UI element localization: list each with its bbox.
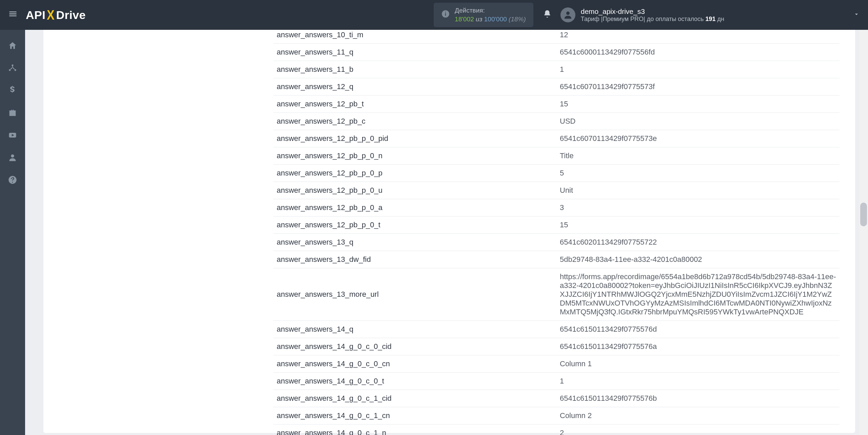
svg-point-8 xyxy=(11,154,14,158)
field-key: answer_answers_12_pb_p_0_pid xyxy=(273,130,556,147)
table-row: answer_answers_14_g_0_c_0_t1 xyxy=(273,373,840,390)
table-row: answer_answers_12_q6541c6070113429f07755… xyxy=(273,78,840,96)
actions-counter[interactable]: Действия: 18'002 из 100'000 (18%) xyxy=(434,3,533,27)
actions-text: Действия: 18'002 из 100'000 (18%) xyxy=(455,6,526,23)
field-value: 6541c6000113429f077556fd xyxy=(556,44,840,61)
field-key: answer_answers_14_g_0_c_1_cn xyxy=(273,407,556,424)
field-key: answer_answers_11_q xyxy=(273,44,556,61)
sidebar-billing[interactable] xyxy=(0,80,25,101)
field-key: answer_answers_13_dw_fid xyxy=(273,251,556,268)
logo[interactable]: API X Drive xyxy=(26,7,86,23)
table-row: answer_answers_12_pb_cUSD xyxy=(273,113,840,130)
sidebar-help[interactable] xyxy=(0,169,25,190)
main-area: answer_answers_10_ti_m12answer_answers_1… xyxy=(25,30,868,435)
field-key: answer_answers_11_b xyxy=(273,61,556,78)
field-key: answer_answers_12_q xyxy=(273,78,556,96)
svg-rect-2 xyxy=(445,12,446,13)
table-row: answer_answers_14_g_0_c_1_cnColumn 2 xyxy=(273,407,840,424)
logo-x: X xyxy=(47,7,55,23)
actions-total: 100'000 xyxy=(484,16,507,23)
logo-api: API xyxy=(26,8,45,22)
scrollbar-thumb[interactable] xyxy=(860,203,867,226)
table-row: answer_answers_12_pb_p_0_nTitle xyxy=(273,147,840,165)
svg-point-5 xyxy=(9,69,11,71)
field-key: answer_answers_13_more_url xyxy=(273,268,556,321)
table-row: answer_answers_12_pb_p_0_a3 xyxy=(273,199,840,216)
info-icon xyxy=(441,9,450,20)
field-key: answer_answers_14_g_0_c_0_cn xyxy=(273,355,556,373)
field-value: Title xyxy=(556,147,840,165)
table-row: answer_answers_14_g_0_c_0_cid6541c615011… xyxy=(273,338,840,355)
table-row: answer_answers_10_ti_m12 xyxy=(273,30,840,44)
svg-point-3 xyxy=(566,12,570,15)
field-value: 5db29748-83a4-11ee-a332-4201c0a80002 xyxy=(556,251,840,268)
field-value: 6541c6150113429f0775576a xyxy=(556,338,840,355)
field-value: 6541c6070113429f0775573e xyxy=(556,130,840,147)
field-key: answer_answers_12_pb_c xyxy=(273,113,556,130)
field-key: answer_answers_14_g_0_c_1_cid xyxy=(273,390,556,407)
field-value: 15 xyxy=(556,216,840,234)
sidebar-home[interactable] xyxy=(0,35,25,56)
data-table: answer_answers_10_ti_m12answer_answers_1… xyxy=(273,30,840,435)
table-row: answer_answers_14_q6541c6150113429f07755… xyxy=(273,321,840,338)
actions-label: Действия: xyxy=(455,6,526,15)
actions-sep: из xyxy=(474,16,484,23)
field-value: 15 xyxy=(556,96,840,113)
field-value: 1 xyxy=(556,373,840,390)
sidebar-video[interactable] xyxy=(0,125,25,146)
content-card: answer_answers_10_ti_m12answer_answers_1… xyxy=(43,30,855,433)
field-key: answer_answers_12_pb_t xyxy=(273,96,556,113)
table-row: answer_answers_12_pb_p_0_p5 xyxy=(273,165,840,182)
actions-used: 18'002 xyxy=(455,16,474,23)
scrollbar-track[interactable] xyxy=(859,30,868,435)
app-header: API X Drive Действия: 18'002 из 100'000 … xyxy=(0,0,868,30)
field-value: 6541c6070113429f0775573f xyxy=(556,78,840,96)
field-value: 2 xyxy=(556,424,840,435)
sidebar xyxy=(0,30,25,435)
sidebar-briefcase[interactable] xyxy=(0,102,25,123)
field-value: 6541c6020113429f07755722 xyxy=(556,234,840,251)
field-key: answer_answers_14_q xyxy=(273,321,556,338)
field-value: 6541c6150113429f0775576d xyxy=(556,321,840,338)
user-text: demo_apix-drive_s3 Тариф |Премиум PRO| д… xyxy=(581,7,724,23)
field-value: 1 xyxy=(556,61,840,78)
field-key: answer_answers_12_pb_p_0_u xyxy=(273,182,556,199)
sidebar-connections[interactable] xyxy=(0,58,25,79)
table-row: answer_answers_11_b1 xyxy=(273,61,840,78)
user-block[interactable]: demo_apix-drive_s3 Тариф |Премиум PRO| д… xyxy=(560,7,724,23)
plan-line: Тариф |Премиум PRO| до оплаты осталось 1… xyxy=(581,16,724,23)
plan-days: 191 xyxy=(706,16,716,22)
actions-pct: (18%) xyxy=(507,16,526,23)
field-value: 6541c6150113429f0775576b xyxy=(556,390,840,407)
field-key: answer_answers_14_g_0_c_0_cid xyxy=(273,338,556,355)
plan-tariff: Тариф xyxy=(581,16,601,22)
field-value: USD xyxy=(556,113,840,130)
field-value: https://forms.app/recordimage/6554a1be8d… xyxy=(556,268,840,321)
field-key: answer_answers_12_pb_p_0_n xyxy=(273,147,556,165)
menu-toggle[interactable] xyxy=(8,9,18,21)
field-key: answer_answers_14_g_0_c_0_t xyxy=(273,373,556,390)
table-row: answer_answers_14_g_0_c_1_n2 xyxy=(273,424,840,435)
svg-point-4 xyxy=(12,64,13,66)
table-row: answer_answers_14_g_0_c_1_cid6541c615011… xyxy=(273,390,840,407)
plan-name: |Премиум PRO| xyxy=(601,16,645,22)
field-key: answer_answers_12_pb_p_0_a xyxy=(273,199,556,216)
plan-days-suffix: дн xyxy=(716,16,724,22)
table-row: answer_answers_12_pb_p_0_uUnit xyxy=(273,182,840,199)
avatar xyxy=(560,7,575,22)
logo-drive: Drive xyxy=(56,8,86,22)
field-value: Column 2 xyxy=(556,407,840,424)
sidebar-account[interactable] xyxy=(0,147,25,168)
table-row: answer_answers_14_g_0_c_0_cnColumn 1 xyxy=(273,355,840,373)
field-value: Column 1 xyxy=(556,355,840,373)
notifications-bell[interactable] xyxy=(543,9,552,21)
table-row: answer_answers_12_pb_p_0_t15 xyxy=(273,216,840,234)
svg-point-6 xyxy=(15,69,16,71)
field-key: answer_answers_13_q xyxy=(273,234,556,251)
field-value: 12 xyxy=(556,30,840,44)
chevron-down-icon[interactable] xyxy=(724,11,860,19)
table-row: answer_answers_12_pb_t15 xyxy=(273,96,840,113)
field-value: Unit xyxy=(556,182,840,199)
field-key: answer_answers_12_pb_p_0_t xyxy=(273,216,556,234)
field-value: 5 xyxy=(556,165,840,182)
